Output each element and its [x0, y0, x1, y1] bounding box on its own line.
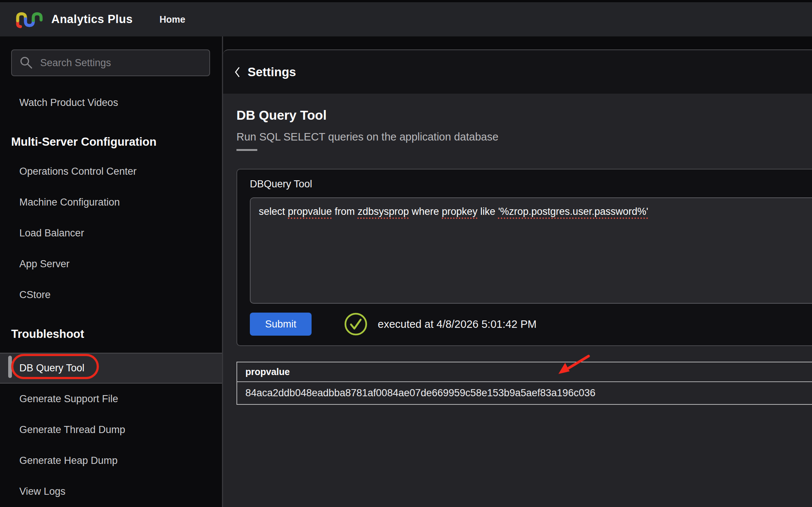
sidebar-item-watch-product-videos[interactable]: Watch Product Videos	[0, 87, 222, 118]
sidebar-item-generate-thread-dump[interactable]: Generate Thread Dump	[0, 414, 222, 445]
sidebar-item-load-balancer[interactable]: Load Balancer	[0, 218, 222, 249]
query-token: where	[409, 206, 442, 217]
page-subtitle: Run SQL SELECT queries on the applicatio…	[236, 131, 812, 143]
brand-title: Analytics Plus	[51, 13, 133, 26]
sidebar-item-app-server[interactable]: App Server	[0, 249, 222, 280]
query-token: select	[259, 206, 288, 217]
dbquery-tool-panel: DBQuery Tool select propvalue from zdbsy…	[236, 169, 812, 346]
execution-status-text: executed at 4/8/2026 5:01:42 PM	[378, 318, 536, 330]
sidebar-item-view-logs[interactable]: View Logs	[0, 476, 222, 507]
query-results-table: propvalue 84aca2ddb048eadbba8781af0084ae…	[236, 362, 812, 405]
sidebar-section-multi-server-configuration: Multi-Server Configuration	[0, 118, 222, 156]
search-settings-box[interactable]	[11, 49, 210, 76]
nav-home[interactable]: Home	[160, 14, 185, 25]
settings-header: Settings	[223, 49, 812, 94]
subtitle-underline-bar	[236, 149, 257, 151]
sidebar-nav: Watch Product Videos Multi-Server Config…	[0, 87, 222, 507]
settings-sidebar: Watch Product Videos Multi-Server Config…	[0, 36, 223, 507]
db-query-tool-page: DB Query Tool Run SQL SELECT queries on …	[223, 94, 812, 507]
search-icon	[19, 56, 33, 70]
back-chevron-icon[interactable]	[233, 66, 242, 78]
search-settings-input[interactable]	[40, 57, 202, 69]
success-check-icon	[344, 312, 368, 336]
sidebar-item-cstore[interactable]: CStore	[0, 280, 222, 310]
submit-button[interactable]: Submit	[250, 313, 312, 336]
query-token-misspelled: zdbsysprop	[358, 206, 409, 217]
sidebar-scroll-thumb	[8, 356, 12, 378]
sql-query-textarea[interactable]: select propvalue from zdbsysprop where p…	[250, 197, 812, 304]
analytics-plus-logo-icon	[15, 9, 44, 30]
main-panel: Settings DB Query Tool Run SQL SELECT qu…	[223, 36, 812, 507]
query-token-misspelled: propkey	[442, 206, 477, 217]
sidebar-section-troubleshoot: Troubleshoot	[0, 310, 222, 348]
sidebar-item-operations-control-center[interactable]: Operations Control Center	[0, 156, 222, 187]
results-value-cell: 84aca2ddb048eadbba8781af0084ae07de669959…	[237, 382, 812, 404]
query-token: from	[332, 206, 358, 217]
query-token: like	[477, 206, 498, 217]
sidebar-item-machine-configuration[interactable]: Machine Configuration	[0, 187, 222, 218]
query-token-misspelled: propvalue	[288, 206, 332, 217]
settings-header-title[interactable]: Settings	[248, 65, 296, 79]
sidebar-item-db-query-tool[interactable]: DB Query Tool	[0, 353, 222, 384]
query-token-misspelled: '%zrop.postgres.user.password%'	[498, 206, 648, 217]
submit-row: Submit executed at 4/8/2026 5:01:42 PM	[250, 312, 812, 336]
sidebar-item-generate-support-file[interactable]: Generate Support File	[0, 384, 222, 414]
results-column-header: propvalue	[237, 362, 812, 382]
dbquery-panel-title: DBQuery Tool	[250, 178, 812, 190]
brand[interactable]: Analytics Plus	[15, 9, 133, 30]
topbar: Analytics Plus Home	[0, 0, 812, 36]
page-title: DB Query Tool	[236, 108, 812, 123]
sidebar-item-generate-heap-dump[interactable]: Generate Heap Dump	[0, 445, 222, 476]
